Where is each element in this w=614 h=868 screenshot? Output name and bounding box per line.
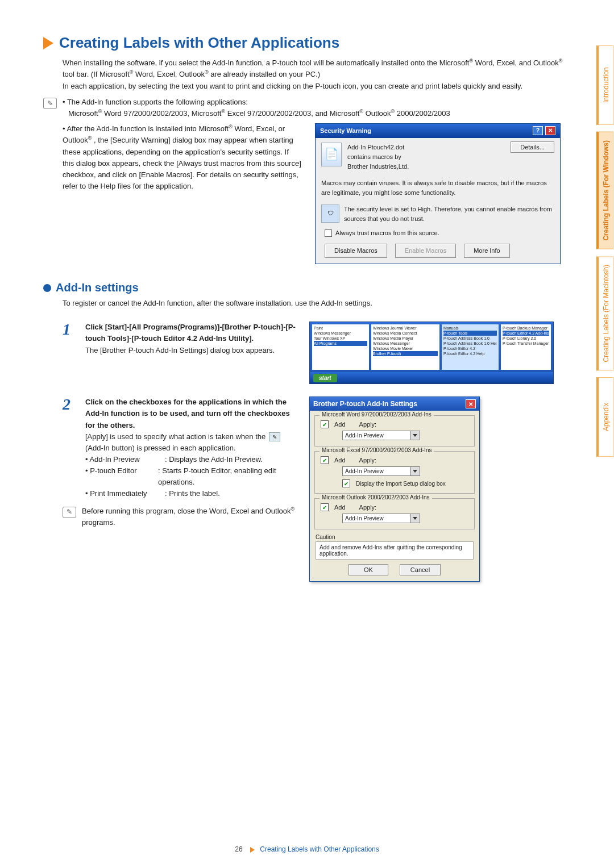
secwarn-contains: contains macros by bbox=[347, 152, 505, 162]
group-outlook: Microsoft Outlook 2000/2002/2003 Add-Ins… bbox=[314, 498, 475, 529]
intro-2: In each application, by selecting the te… bbox=[63, 82, 522, 90]
shield-icon: 🛡 bbox=[321, 205, 339, 223]
sidebar: Introduction Creating Labels (For Window… bbox=[594, 45, 614, 457]
start-menu-screenshot: Paint Windows Messenger Tour Windows XP … bbox=[309, 322, 554, 384]
security-warning-dialog: Security Warning ? ✕ 📄 Add-In Ptouch42.d… bbox=[315, 123, 561, 264]
addin-heading-text: Add-In settings bbox=[56, 281, 139, 294]
group-outlook-title: Microsoft Outlook 2000/2002/2003 Add-Ins bbox=[320, 494, 432, 500]
addin-button-icon: ✎ bbox=[269, 432, 280, 441]
addin-heading: Add-In settings bbox=[43, 281, 591, 294]
secwarn-msg1: Macros may contain viruses. It is always… bbox=[321, 178, 554, 198]
addin-settings-dialog: Brother P-touch Add-In Settings ✕ Micros… bbox=[309, 397, 480, 582]
page-title-text: Creating Labels with Other Applications bbox=[59, 34, 339, 52]
chevron-down-icon[interactable] bbox=[410, 431, 420, 440]
display-import-checkbox[interactable]: ✔ bbox=[342, 479, 350, 487]
help-icon[interactable]: ? bbox=[533, 126, 543, 135]
document-icon: 📄 bbox=[321, 143, 342, 166]
intro-paragraph: When installing the software, if you sel… bbox=[63, 57, 574, 92]
note1-line2: Microsoft® Word 97/2000/2002/2003, Micro… bbox=[63, 108, 591, 119]
bullet-icon bbox=[43, 284, 51, 292]
excel-add-label: Add bbox=[334, 457, 346, 464]
secwarn-titlebar: Security Warning ? ✕ bbox=[316, 124, 560, 138]
apply-options: • Add-In Preview: Displays the Add-In Pr… bbox=[85, 454, 301, 500]
note-icon: ✎ bbox=[63, 507, 76, 518]
word-add-label: Add bbox=[334, 421, 346, 428]
sidebar-tab-mac[interactable]: Creating Labels (For Macintosh) bbox=[596, 256, 613, 370]
step-2-instruction: Click on the checkboxes for the applicat… bbox=[85, 397, 301, 431]
chevron-down-icon[interactable] bbox=[410, 514, 420, 523]
start-col1: Paint Windows Messenger Tour Windows XP … bbox=[312, 324, 369, 370]
group-word-title: Microsoft Word 97/2000/2002/2003 Add-Ins bbox=[320, 411, 434, 418]
triangle-icon bbox=[43, 37, 53, 49]
more-info-button[interactable]: More Info bbox=[464, 244, 509, 258]
sidebar-tab-intro[interactable]: Introduction bbox=[596, 45, 613, 125]
excel-add-checkbox[interactable]: ✔ bbox=[321, 456, 329, 464]
word-apply-combo[interactable]: Add-In Preview bbox=[342, 431, 468, 440]
step-1: 1 Click [Start]-[All Programs(Programs)]… bbox=[63, 322, 591, 384]
checkbox-icon bbox=[325, 229, 332, 237]
group-excel: Microsoft Excel 97/2000/2002/2003 Add-In… bbox=[314, 451, 475, 494]
start-col4: P-touch Backup Manager 1.2 (supported mo… bbox=[501, 324, 551, 370]
close-icon[interactable]: ✕ bbox=[466, 399, 476, 408]
caution-body: Add and remove Add-Ins after quitting th… bbox=[316, 541, 474, 560]
outlook-add-label: Add bbox=[334, 504, 346, 511]
step-1-number: 1 bbox=[63, 322, 77, 384]
outlook-add-checkbox[interactable]: ✔ bbox=[321, 503, 329, 511]
intro-1c: tool bar. (If Microsoft bbox=[63, 70, 130, 79]
step-1-instruction: Click [Start]-[All Programs(Programs)]-[… bbox=[85, 322, 301, 344]
note1-b2: • After the Add-In function is installed… bbox=[63, 123, 301, 193]
display-import-label: Display the Import Setup dialog box bbox=[356, 481, 446, 487]
footer-link[interactable]: Creating Labels with Other Applications bbox=[260, 845, 379, 853]
ok-button[interactable]: OK bbox=[349, 564, 388, 575]
secwarn-file: Add-In Ptouch42.dot bbox=[347, 143, 505, 152]
enable-macros-button[interactable]: Enable Macros bbox=[395, 244, 456, 258]
addin-intro: To register or cancel the Add-In functio… bbox=[63, 298, 574, 309]
step-2: 2 Click on the checkboxes for the applic… bbox=[63, 397, 591, 582]
page-number: 26 bbox=[235, 845, 242, 853]
dialog-title: Brother P-touch Add-In Settings bbox=[313, 400, 417, 408]
intro-1e: are already installed on your PC.) bbox=[210, 70, 320, 79]
step-2-note: Before running this program, close the W… bbox=[82, 506, 301, 529]
start-col3: Manuals P-touch Tools P-touch Address Bo… bbox=[442, 324, 499, 370]
details-button[interactable]: Details... bbox=[511, 141, 554, 153]
sidebar-tab-appendix[interactable]: Appendix bbox=[596, 377, 613, 457]
group-excel-title: Microsoft Excel 97/2000/2002/2003 Add-In… bbox=[320, 447, 434, 453]
taskbar: start bbox=[310, 372, 553, 383]
chevron-down-icon[interactable] bbox=[410, 466, 420, 476]
word-add-checkbox[interactable]: ✔ bbox=[321, 420, 329, 428]
note1-line1: • The Add-In function supports the follo… bbox=[63, 97, 591, 108]
secwarn-company: Brother Industries,Ltd. bbox=[347, 162, 505, 172]
note-addin: ✎ • The Add-In function supports the fol… bbox=[43, 97, 591, 264]
cancel-button[interactable]: Cancel bbox=[400, 564, 441, 575]
step-2-number: 2 bbox=[63, 397, 77, 582]
disable-macros-button[interactable]: Disable Macros bbox=[325, 244, 387, 258]
note-icon: ✎ bbox=[43, 98, 57, 109]
sidebar-tab-windows[interactable]: Creating Labels (For Windows) bbox=[596, 132, 613, 249]
step-2-apply-desc: [Apply] is used to specify what action i… bbox=[85, 431, 301, 454]
always-trust-checkbox[interactable]: Always trust macros from this source. bbox=[321, 228, 554, 238]
secwarn-msg2: The security level is set to High. There… bbox=[344, 205, 554, 224]
close-icon[interactable]: ✕ bbox=[545, 126, 555, 135]
intro-1a: When installing the software, if you sel… bbox=[63, 59, 469, 67]
outlook-apply-label: Apply: bbox=[359, 504, 377, 511]
secwarn-title: Security Warning bbox=[320, 126, 371, 136]
intro-1b: Word, Excel, and Outlook bbox=[475, 59, 559, 67]
triangle-icon bbox=[250, 847, 255, 853]
caution-label: Caution bbox=[316, 534, 474, 540]
group-word: Microsoft Word 97/2000/2002/2003 Add-Ins… bbox=[314, 415, 475, 446]
step-1-desc: The [Brother P-touch Add-In Settings] di… bbox=[85, 345, 301, 356]
outlook-apply-combo[interactable]: Add-In Preview bbox=[342, 514, 468, 523]
page-title: Creating Labels with Other Applications bbox=[43, 34, 591, 52]
start-col2: Windows Journal Viewer Windows Media Con… bbox=[371, 324, 439, 370]
page-footer: 26 Creating Labels with Other Applicatio… bbox=[0, 845, 614, 853]
start-button[interactable]: start bbox=[313, 374, 337, 382]
excel-apply-combo[interactable]: Add-In Preview bbox=[342, 466, 468, 476]
always-trust-label: Always trust macros from this source. bbox=[335, 228, 439, 238]
page: Introduction Creating Labels (For Window… bbox=[0, 0, 614, 868]
dialog-titlebar: Brother P-touch Add-In Settings ✕ bbox=[310, 397, 479, 411]
intro-1d: Word, Excel, Outlook bbox=[135, 70, 205, 79]
word-apply-label: Apply: bbox=[359, 421, 377, 428]
excel-apply-label: Apply: bbox=[359, 457, 377, 464]
